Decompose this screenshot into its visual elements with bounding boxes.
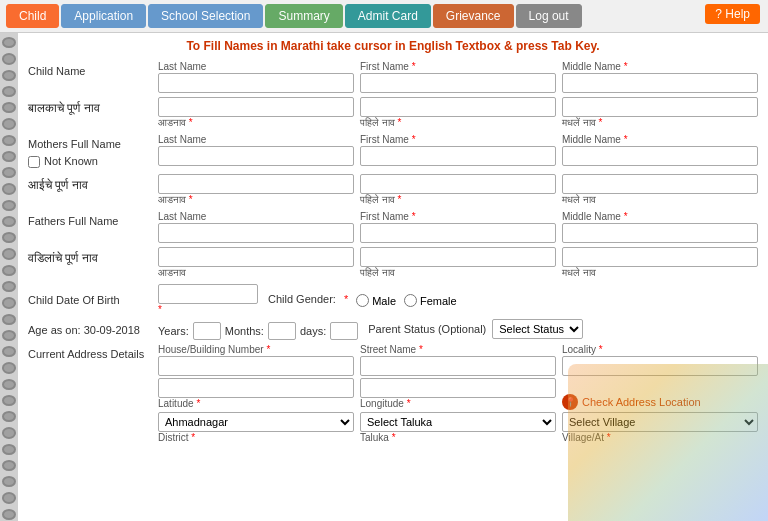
background-image xyxy=(568,364,768,521)
tab-school-selection[interactable]: School Selection xyxy=(148,4,263,28)
district-label: District * xyxy=(158,432,354,443)
locality-label: Locality * xyxy=(562,344,758,355)
spiral-ring xyxy=(2,102,16,113)
gender-male-radio[interactable] xyxy=(356,294,369,307)
taluka-select[interactable]: Select Taluka xyxy=(360,412,556,432)
district-col: Ahmadnagar District * xyxy=(158,412,354,444)
spiral-ring xyxy=(2,118,16,129)
child-marathi-middle-input[interactable] xyxy=(562,97,758,117)
spiral-ring xyxy=(2,183,16,194)
tab-summary[interactable]: Summary xyxy=(265,4,342,28)
district-select[interactable]: Ahmadnagar xyxy=(158,412,354,432)
help-button[interactable]: ? Help xyxy=(705,4,760,24)
fathers-name-label: Fathers Full Name xyxy=(28,211,158,229)
fathers-marathi-first-input[interactable] xyxy=(360,247,556,267)
mothers-middle-col: Middle Name * xyxy=(562,134,758,166)
child-first-name-input[interactable] xyxy=(360,73,556,93)
mothers-middle-label: Middle Name * xyxy=(562,134,758,145)
dob-gender-row: Child Date Of Birth * Child Gender: * Ma… xyxy=(28,284,758,315)
fathers-marathi-label: वडिलांचे पूर्ण नाव xyxy=(28,247,158,267)
required-marker: * xyxy=(398,117,402,128)
dob-input[interactable] xyxy=(158,284,258,304)
mothers-marathi-middle-input[interactable] xyxy=(562,174,758,194)
child-marathi-first-label: पहिले नाव * xyxy=(360,117,556,129)
mothers-name-row: Mothers Full Name Not Known Last Name Fi… xyxy=(28,134,758,170)
house-label: House/Building Number * xyxy=(158,344,354,355)
spiral-ring xyxy=(2,151,16,162)
child-marathi-label: बालकाचे पूर्ण नाव xyxy=(28,97,158,117)
required-marker: * xyxy=(599,117,603,128)
tab-grievance[interactable]: Grievance xyxy=(433,4,514,28)
address-label: Current Address Details xyxy=(28,344,158,362)
gender-male-label[interactable]: Male xyxy=(356,294,396,307)
parent-status-select[interactable]: Select Status xyxy=(492,319,583,339)
gender-female-label[interactable]: Female xyxy=(404,294,457,307)
years-input[interactable] xyxy=(193,322,221,340)
latitude-input[interactable] xyxy=(158,378,354,398)
spiral-ring xyxy=(2,37,16,48)
fathers-last-label: Last Name xyxy=(158,211,354,222)
child-last-name-input[interactable] xyxy=(158,73,354,93)
mothers-first-label: First Name * xyxy=(360,134,556,145)
child-marathi-last-label: आडनाव * xyxy=(158,117,354,129)
age-parent-row: Age as on: 30-09-2018 Years: Months: day… xyxy=(28,319,758,340)
spiral-ring xyxy=(2,346,16,357)
tab-child[interactable]: Child xyxy=(6,4,59,28)
days-input[interactable] xyxy=(330,322,358,340)
child-middle-name-input[interactable] xyxy=(562,73,758,93)
mothers-marathi-last-col: आडनाव * xyxy=(158,174,354,207)
spiral-ring xyxy=(2,379,16,390)
mothers-last-col: Last Name xyxy=(158,134,354,166)
fathers-middle-input[interactable] xyxy=(562,223,758,243)
mothers-middle-input[interactable] xyxy=(562,146,758,166)
not-known-checkbox[interactable] xyxy=(28,156,40,168)
taluka-label: Taluka * xyxy=(360,432,556,443)
spiral-ring xyxy=(2,248,16,259)
child-marathi-first-input[interactable] xyxy=(360,97,556,117)
fathers-middle-label: Middle Name * xyxy=(562,211,758,222)
child-marathi-middle-col: मधलें नाव * xyxy=(562,97,758,130)
required-marker: * xyxy=(398,194,402,205)
tab-application[interactable]: Application xyxy=(61,4,146,28)
mothers-marathi-label: आईचे पूर्ण नाव xyxy=(28,174,158,194)
house-input[interactable] xyxy=(158,356,354,376)
spiral-ring xyxy=(2,216,16,227)
street-col: Street Name * xyxy=(360,344,556,376)
mothers-marathi-first-input[interactable] xyxy=(360,174,556,194)
required-marker: * xyxy=(419,344,423,355)
gender-label: Child Gender: xyxy=(268,293,336,305)
tab-logout[interactable]: Log out xyxy=(516,4,582,28)
fathers-marathi-last-input[interactable] xyxy=(158,247,354,267)
fathers-marathi-fields: आडनाव पहिले नाव मधले नाव xyxy=(158,247,758,280)
spiral-ring xyxy=(2,492,16,503)
mothers-first-input[interactable] xyxy=(360,146,556,166)
mothers-fields: Last Name First Name * Middle Name * xyxy=(158,134,758,166)
fathers-marathi-middle-input[interactable] xyxy=(562,247,758,267)
child-marathi-name-row: बालकाचे पूर्ण नाव आडनाव * पहिले नाव * मध… xyxy=(28,97,758,130)
months-input[interactable] xyxy=(268,322,296,340)
spiral-ring xyxy=(2,362,16,373)
lat-col: Latitude * xyxy=(158,378,354,410)
fathers-first-input[interactable] xyxy=(360,223,556,243)
child-name-fields: Last Name First Name * Middle Name * xyxy=(158,61,758,93)
mothers-marathi-fields: आडनाव * पहिले नाव * मधले नाव xyxy=(158,174,758,207)
child-marathi-last-input[interactable] xyxy=(158,97,354,117)
child-last-name-label: Last Name xyxy=(158,61,354,72)
navbar: Child Application School Selection Summa… xyxy=(0,0,768,33)
fathers-fields: Last Name First Name * Middle Name * xyxy=(158,211,758,243)
main-container: To Fill Names in Marathi take cursor in … xyxy=(0,33,768,521)
longitude-input[interactable] xyxy=(360,378,556,398)
gender-female-radio[interactable] xyxy=(404,294,417,307)
required-marker: * xyxy=(407,398,411,409)
fathers-last-input[interactable] xyxy=(158,223,354,243)
tab-admit-card[interactable]: Admit Card xyxy=(345,4,431,28)
required-marker: * xyxy=(412,134,416,145)
house-col: House/Building Number * xyxy=(158,344,354,376)
spiral-binding xyxy=(0,33,18,521)
mothers-last-input[interactable] xyxy=(158,146,354,166)
street-input[interactable] xyxy=(360,356,556,376)
spiral-ring xyxy=(2,509,16,520)
mothers-marathi-last-input[interactable] xyxy=(158,174,354,194)
required-marker: * xyxy=(392,432,396,443)
age-label: Age as on: 30-09-2018 xyxy=(28,320,158,338)
